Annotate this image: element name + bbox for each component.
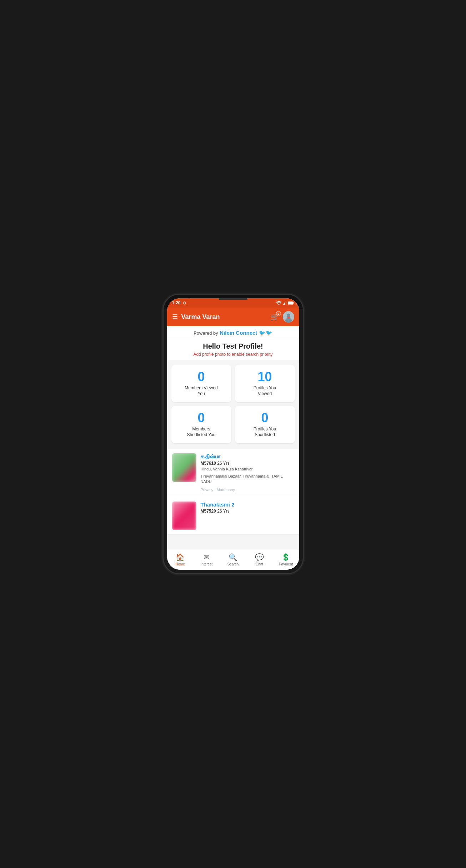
status-bar-right	[276, 301, 294, 305]
stat-card-profiles-viewed[interactable]: 10 Profiles YouViewed	[235, 365, 295, 402]
gear-icon: ⚙	[183, 301, 186, 305]
greeting-subtitle: Add profile photo to enable search prior…	[172, 352, 294, 357]
profile-id-2: M57520	[201, 509, 216, 514]
header-right: 🛒 2	[270, 311, 294, 323]
svg-rect-3	[285, 301, 285, 305]
avatar-image	[283, 311, 294, 323]
profile-age-2: 26 Yrs	[217, 509, 229, 514]
powered-by-brand: Nilein Connect	[220, 330, 257, 336]
photo-placeholder-1	[172, 453, 196, 482]
profile-religion-1: Hindu, Vannia Kula Kshatriyar	[201, 467, 294, 472]
home-icon: 🏠	[176, 553, 185, 562]
payment-icon: 💲	[281, 553, 290, 562]
signal-icon	[283, 301, 286, 305]
nav-item-home[interactable]: 🏠 Home	[167, 553, 194, 566]
greeting-title: Hello Test Profile!	[172, 342, 294, 350]
profile-name-1: ச.திவ்யா	[201, 453, 294, 460]
nav-label-payment: Payment	[279, 562, 293, 566]
nav-label-home: Home	[175, 562, 185, 566]
greeting-section: Hello Test Profile! Add profile photo to…	[167, 339, 299, 360]
profile-name-2: Thanalasmi 2	[201, 502, 294, 508]
nav-item-payment[interactable]: 💲 Payment	[273, 553, 299, 566]
profile-photo-blur-2	[172, 502, 196, 530]
wifi-icon	[276, 301, 281, 305]
status-bar-left: 1:20 ⚙	[172, 300, 186, 305]
svg-rect-1	[283, 304, 284, 305]
stats-grid: 0 Members ViewedYou 10 Profiles YouViewe…	[167, 360, 299, 445]
avatar[interactable]	[283, 311, 294, 323]
cart-badge: 2	[276, 311, 281, 316]
nav-label-search: Search	[227, 562, 239, 566]
profile-photo-1	[172, 453, 196, 482]
profile-meta-2: M57520 26 Yrs	[201, 509, 294, 514]
nav-label-chat: Chat	[256, 562, 263, 566]
svg-rect-6	[288, 302, 293, 304]
profile-list: ச.திவ்யா M57610 26 Yrs Hindu, Vannia Kul…	[167, 449, 299, 534]
powered-by-prefix: Powered by	[194, 330, 218, 336]
stat-card-members-viewed-you[interactable]: 0 Members ViewedYou	[171, 365, 231, 402]
profile-item-1[interactable]: ச.திவ்யா M57610 26 Yrs Hindu, Vannia Kul…	[167, 449, 299, 497]
svg-point-0	[278, 304, 279, 305]
profile-info-2: Thanalasmi 2 M57520 26 Yrs	[201, 502, 294, 514]
profile-age-1: 26 Yrs	[217, 461, 229, 466]
header: ☰ Varma Varan 🛒 2	[167, 308, 299, 326]
svg-rect-2	[284, 303, 284, 305]
chat-icon: 💬	[255, 553, 264, 562]
status-time: 1:20	[172, 300, 181, 305]
phone-frame: 1:20 ⚙	[164, 295, 303, 573]
profile-photo-blur-1	[172, 453, 196, 482]
bird-icon: 🐦🐦	[259, 330, 272, 336]
stat-label-members-viewed: Members ViewedYou	[176, 385, 227, 396]
profile-item-2[interactable]: Thanalasmi 2 M57520 26 Yrs	[167, 497, 299, 535]
search-icon: 🔍	[229, 553, 237, 562]
powered-by-section: Powered by Nilein Connect 🐦🐦	[167, 326, 299, 339]
battery-icon	[288, 301, 294, 305]
profile-info-1: ச.திவ்யா M57610 26 Yrs Hindu, Vannia Kul…	[201, 453, 294, 492]
stat-label-members-shortlisted-you: MembersShortlisted You	[176, 426, 227, 438]
stat-number-profiles-viewed: 10	[239, 370, 291, 383]
nav-item-search[interactable]: 🔍 Search	[220, 553, 246, 566]
main-content: Powered by Nilein Connect 🐦🐦 Hello Test …	[167, 326, 299, 550]
svg-point-8	[287, 314, 290, 317]
profile-id-1: M57610	[201, 461, 216, 466]
nav-item-chat[interactable]: 💬 Chat	[246, 553, 273, 566]
profile-location-1: Tiruvannamalai Bazaar, Tiruvannamalai, T…	[201, 474, 294, 485]
stat-number-profiles-shortlisted: 0	[239, 411, 291, 424]
stat-card-members-shortlisted-you[interactable]: 0 MembersShortlisted You	[171, 406, 231, 443]
header-title: Varma Varan	[181, 313, 220, 321]
bottom-nav: 🏠 Home ✉ Interest 🔍 Search 💬 Chat 💲 Paym…	[167, 550, 299, 570]
photo-placeholder-2	[172, 502, 196, 530]
stat-label-profiles-shortlisted: Profiles YouShortlisted	[239, 426, 291, 438]
svg-rect-10	[287, 317, 290, 318]
interest-icon: ✉	[204, 553, 210, 562]
stat-number-members-viewed: 0	[176, 370, 227, 383]
nav-item-interest[interactable]: ✉ Interest	[194, 553, 220, 566]
cart-container[interactable]: 🛒 2	[270, 313, 279, 321]
profile-photo-2	[172, 502, 196, 530]
stat-card-profiles-shortlisted[interactable]: 0 Profiles YouShortlisted	[235, 406, 295, 443]
profile-meta-1: M57610 26 Yrs	[201, 461, 294, 466]
header-left: ☰ Varma Varan	[172, 313, 220, 321]
nav-label-interest: Interest	[201, 562, 212, 566]
profile-action-1[interactable]: Privacy · Matrimony	[201, 488, 235, 492]
svg-rect-5	[293, 303, 294, 304]
notch	[219, 298, 247, 300]
stat-number-members-shortlisted-you: 0	[176, 411, 227, 424]
hamburger-icon[interactable]: ☰	[172, 313, 178, 321]
stat-label-profiles-viewed: Profiles YouViewed	[239, 385, 291, 396]
phone-screen: 1:20 ⚙	[167, 298, 299, 570]
